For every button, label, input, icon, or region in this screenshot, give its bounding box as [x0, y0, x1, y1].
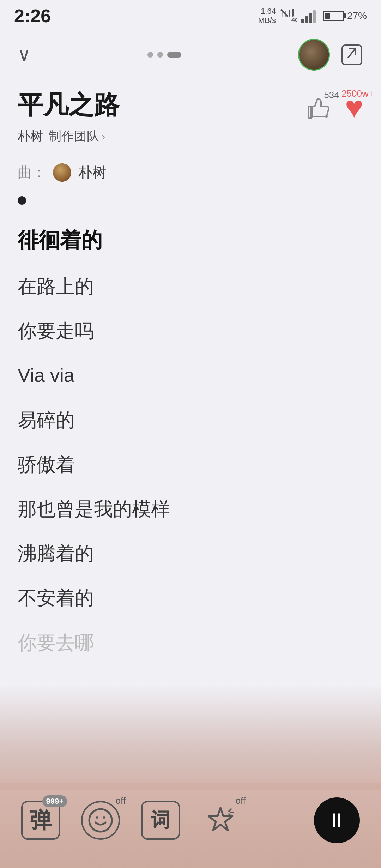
song-actions: 534 ✦ 2500w+ ♥ [304, 88, 363, 123]
top-nav: ∨ [0, 32, 381, 78]
nav-right [298, 39, 363, 71]
svg-rect-9 [313, 10, 316, 23]
danmu-button[interactable]: 999+ 弹 [21, 801, 60, 840]
song-title-area: 平凡之路 朴树 制作团队 › [18, 88, 119, 145]
lyric-line: 沸腾着的 [18, 531, 363, 575]
svg-point-15 [96, 816, 98, 819]
accompaniment-button[interactable]: off [81, 801, 120, 840]
lyrics-button[interactable]: 词 [141, 801, 180, 840]
avatar-image [299, 40, 329, 70]
svg-line-11 [348, 49, 355, 58]
star-svg [205, 805, 236, 836]
svg-point-16 [103, 816, 105, 819]
star-icon [201, 801, 240, 840]
lyric-line: 骄傲着 [18, 442, 363, 487]
play-pause-button[interactable]: ⏸ [314, 797, 360, 843]
svg-rect-12 [308, 107, 312, 118]
like-button[interactable]: 534 ✦ [304, 93, 332, 121]
team-link[interactable]: 制作团队 › [49, 128, 105, 145]
svg-text:4G: 4G [291, 17, 297, 23]
nav-dots [147, 52, 181, 58]
face-svg [88, 808, 113, 833]
nav-dot-2 [157, 52, 163, 58]
share-icon[interactable] [340, 43, 363, 66]
nav-dot-1 [147, 52, 153, 58]
avatar[interactable] [298, 39, 330, 71]
status-icons: 1.64 MB/s 4G 27% [258, 7, 367, 25]
favorite-button[interactable]: 2500w+ ♥ [345, 92, 363, 123]
song-title: 平凡之路 [18, 88, 119, 122]
star-badge: off [236, 795, 246, 806]
song-info: 平凡之路 朴树 制作团队 › 534 ✦ 2500w+ ♥ [0, 78, 381, 152]
battery-area: 27% [323, 10, 367, 22]
signal-icon [301, 9, 319, 23]
chevron-right-icon: › [102, 131, 105, 143]
composer-name: 朴树 [78, 163, 107, 182]
artist-name[interactable]: 朴树 [18, 128, 43, 145]
network-icon: 4G [280, 9, 297, 23]
bottom-toolbar: 999+ 弹 off 词 [0, 783, 381, 868]
svg-line-18 [229, 809, 231, 811]
song-meta: 朴树 制作团队 › [18, 128, 119, 145]
status-bar: 2:26 1.64 MB/s 4G 27% [0, 0, 381, 28]
battery-icon [323, 11, 344, 21]
svg-text:✦: ✦ [323, 113, 329, 121]
svg-point-14 [89, 809, 112, 832]
lyrics-container: 徘徊着的 在路上的 你要走吗 Via via 易碎的 骄傲着 那也曾是我的模样 … [0, 213, 381, 665]
data-speed: 1.64 MB/s [258, 7, 276, 25]
svg-rect-8 [309, 13, 312, 23]
lyrics-dot-indicator [0, 186, 381, 213]
composer-avatar [53, 163, 71, 182]
lyric-line: 易碎的 [18, 398, 363, 442]
toolbar-items: 999+ 弹 off 词 [21, 801, 240, 840]
lyric-line: 不安着的 [18, 575, 363, 620]
status-time: 2:26 [14, 5, 51, 26]
dot-circle [18, 196, 26, 205]
lyric-line: 徘徊着的 [18, 217, 363, 264]
back-chevron[interactable]: ∨ [18, 44, 31, 65]
lyric-line: 你要去哪 [18, 620, 363, 665]
pause-icon: ⏸ [327, 810, 347, 830]
nav-dot-3 [167, 52, 181, 58]
lyrics-icon: 词 [141, 801, 180, 840]
svg-rect-7 [305, 16, 308, 23]
fade-overlay [0, 685, 381, 790]
danmu-badge: 999+ [42, 795, 67, 807]
composer-label: 曲： [18, 163, 46, 182]
svg-rect-6 [301, 19, 304, 23]
star-button[interactable]: off [201, 801, 240, 840]
favorite-count: 2500w+ [341, 88, 374, 99]
lyric-line: Via via [18, 353, 363, 397]
lyric-line: 那也曾是我的模样 [18, 487, 363, 531]
like-count: 534 [324, 90, 339, 101]
lyric-line: 你要走吗 [18, 308, 363, 353]
lyric-line: 在路上的 [18, 264, 363, 308]
battery-percent: 27% [347, 10, 367, 22]
composer-row: 曲： 朴树 [0, 152, 381, 186]
accompaniment-badge: off [116, 795, 126, 806]
accompaniment-icon [81, 801, 120, 840]
